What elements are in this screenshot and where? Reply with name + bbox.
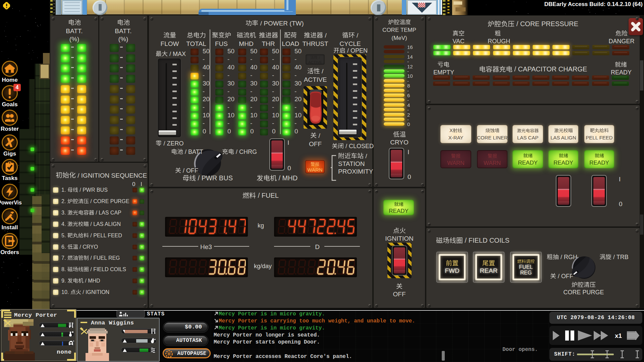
svg-text:x1: x1: [615, 332, 622, 339]
